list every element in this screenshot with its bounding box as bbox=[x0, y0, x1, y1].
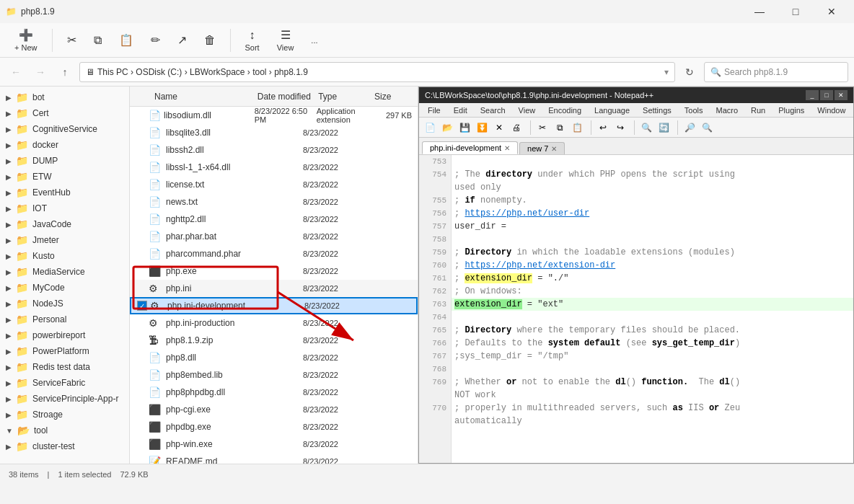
np-menu-macro[interactable]: Macro bbox=[710, 105, 744, 116]
sidebar-item-personal[interactable]: ▶ 📁 Personal bbox=[0, 311, 129, 327]
sidebar-item-nodejs[interactable]: ▶ 📁 NodeJS bbox=[0, 296, 129, 311]
np-menu-plugins[interactable]: Plugins bbox=[772, 105, 810, 116]
col-size[interactable]: Size bbox=[374, 92, 412, 102]
file-item-phpdbg[interactable]: ⬛ phpdbg.exe 8/23/2022 bbox=[130, 418, 418, 436]
sort-button[interactable]: ↕ Sort bbox=[239, 26, 265, 55]
share-button[interactable]: ↗ bbox=[172, 30, 193, 50]
np-tool-saveall[interactable]: ⏬ bbox=[474, 120, 490, 136]
sidebar-item-mycode[interactable]: ▶ 📁 MyCode bbox=[0, 280, 129, 296]
file-item-phpini[interactable]: ⚙ php.ini 8/23/2022 bbox=[130, 280, 418, 297]
sidebar-item-servicefabric[interactable]: ▶ 📁 ServiceFabric bbox=[0, 375, 129, 391]
file-item-php8embed[interactable]: 📄 php8embed.lib 8/23/2022 bbox=[130, 366, 418, 384]
np-tab-phpini-dev[interactable]: php.ini-development ✕ bbox=[422, 141, 518, 154]
sidebar-item-redis[interactable]: ▶ 📁 Redis test data bbox=[0, 359, 129, 375]
file-item-phpcgi[interactable]: ⬛ php-cgi.exe 8/23/2022 bbox=[130, 401, 418, 418]
np-minimize-btn[interactable]: _ bbox=[806, 90, 819, 100]
sidebar-item-cluster-test[interactable]: ▶ 📁 cluster-test bbox=[0, 438, 129, 454]
file-item-libsodium[interactable]: 📄 libsodium.dll 8/23/2022 6:50 PM Applic… bbox=[130, 107, 418, 124]
close-button[interactable]: ✕ bbox=[815, 0, 848, 23]
sidebar-item-jmeter[interactable]: ▶ 📁 Jmeter bbox=[0, 232, 129, 248]
paste-button[interactable]: 📋 bbox=[113, 30, 139, 50]
np-tab-close[interactable]: ✕ bbox=[551, 145, 557, 153]
file-item-php8dll[interactable]: 📄 php8.dll 8/23/2022 bbox=[130, 349, 418, 366]
sidebar-item-bot[interactable]: ▶ 📁 bot bbox=[0, 89, 129, 105]
np-tool-paste[interactable]: 📋 bbox=[569, 120, 585, 136]
rename-button[interactable]: ✏ bbox=[145, 30, 166, 50]
np-tool-new[interactable]: 📄 bbox=[422, 120, 438, 136]
file-item-phpwin[interactable]: ⬛ php-win.exe 8/23/2022 bbox=[130, 436, 418, 453]
file-item-phar-bat[interactable]: 📄 phar.phar.bat 8/23/2022 bbox=[130, 228, 418, 245]
file-item-license[interactable]: 📄 license.txt 8/23/2022 bbox=[130, 176, 418, 193]
sidebar-item-tool[interactable]: ▼ 📂 tool bbox=[0, 423, 129, 438]
file-item-phpini-prod[interactable]: ⚙ php.ini-production 8/23/2022 bbox=[130, 314, 418, 332]
np-menu-encoding[interactable]: Encoding bbox=[542, 105, 587, 116]
np-tool-zoom-in[interactable]: 🔎 bbox=[682, 120, 697, 136]
file-item-libssh2[interactable]: 📄 libssh2.dll 8/23/2022 bbox=[130, 141, 418, 159]
breadcrumb[interactable]: 🖥 This PC › OSDisk (C:) › LBWorkSpace › … bbox=[79, 62, 675, 82]
sidebar-item-cert[interactable]: ▶ 📁 Cert bbox=[0, 105, 129, 121]
np-tool-copy[interactable]: ⧉ bbox=[552, 120, 568, 136]
np-tool-open[interactable]: 📂 bbox=[439, 120, 455, 136]
sidebar-item-powerbireport[interactable]: ▶ 📁 powerbireport bbox=[0, 327, 129, 343]
sidebar-item-powerplatform[interactable]: ▶ 📁 PowerPlatform bbox=[0, 343, 129, 359]
np-menu-window[interactable]: Window bbox=[811, 105, 851, 116]
cut-button[interactable]: ✂ bbox=[61, 30, 82, 50]
file-item-nghttp2[interactable]: 📄 nghttp2.dll 8/23/2022 bbox=[130, 211, 418, 228]
sidebar-item-iot[interactable]: ▶ 📁 IOT bbox=[0, 200, 129, 216]
file-item-libssl[interactable]: 📄 libssl-1_1-x64.dll 8/23/2022 bbox=[130, 159, 418, 176]
file-item-pharcommand[interactable]: 📄 pharcommand.phar 8/23/2022 bbox=[130, 245, 418, 262]
np-maximize-btn[interactable]: □ bbox=[820, 90, 833, 100]
file-item-phpzip[interactable]: 🗜 php8.1.9.zip 8/23/2022 bbox=[130, 332, 418, 349]
sidebar-item-javacode[interactable]: ▶ 📁 JavaCode bbox=[0, 216, 129, 232]
np-code-area[interactable]: ; The directory under which PHP opens th… bbox=[452, 155, 853, 463]
np-tool-save[interactable]: 💾 bbox=[457, 120, 472, 136]
file-item-readme[interactable]: 📝 README.md 8/23/2022 bbox=[130, 453, 418, 464]
up-button[interactable]: ↑ bbox=[55, 62, 75, 82]
file-item-phpini-dev[interactable]: ⚙ php.ini-development 8/23/2022 bbox=[130, 297, 418, 314]
np-menu-tools[interactable]: Tools bbox=[679, 105, 709, 116]
new-button[interactable]: ➕ + New bbox=[9, 25, 43, 55]
np-close-btn[interactable]: ✕ bbox=[835, 90, 848, 100]
np-menu-file[interactable]: File bbox=[422, 105, 446, 116]
file-item-news[interactable]: 📄 news.txt 8/23/2022 bbox=[130, 193, 418, 211]
sidebar-item-docker[interactable]: ▶ 📁 docker bbox=[0, 137, 129, 153]
search-bar[interactable]: 🔍 Search php8.1.9 bbox=[704, 62, 848, 82]
file-item-phpexe[interactable]: ⬛ php.exe 8/23/2022 bbox=[130, 262, 418, 280]
np-tool-cut[interactable]: ✂ bbox=[534, 120, 550, 136]
sidebar-item-stroage[interactable]: ▶ 📁 Stroage bbox=[0, 407, 129, 423]
np-tool-redo[interactable]: ↪ bbox=[612, 120, 628, 136]
sidebar-item-serviceprinciple[interactable]: ▶ 📁 ServicePrinciple-App-r bbox=[0, 391, 129, 407]
sidebar-item-dump[interactable]: ▶ 📁 DUMP bbox=[0, 153, 129, 169]
sidebar-item-eventhub[interactable]: ▶ 📁 EventHub bbox=[0, 185, 129, 200]
forward-button[interactable]: → bbox=[30, 62, 50, 82]
sidebar-item-etw[interactable]: ▶ 📁 ETW bbox=[0, 169, 129, 185]
np-tool-print[interactable]: 🖨 bbox=[509, 120, 524, 136]
refresh-button[interactable]: ↻ bbox=[679, 62, 700, 82]
np-tool-replace[interactable]: 🔄 bbox=[656, 120, 672, 136]
copy-button[interactable]: ⧉ bbox=[88, 31, 107, 50]
np-menu-edit[interactable]: Edit bbox=[448, 105, 473, 116]
more-button[interactable]: ... bbox=[305, 33, 323, 48]
np-menu-search[interactable]: Search bbox=[475, 105, 511, 116]
np-tool-close[interactable]: ✕ bbox=[491, 120, 507, 136]
np-menu-run[interactable]: Run bbox=[745, 105, 771, 116]
np-tool-undo[interactable]: ↩ bbox=[595, 120, 611, 136]
np-menu-view[interactable]: View bbox=[513, 105, 542, 116]
np-tab-close[interactable]: ✕ bbox=[504, 144, 510, 152]
np-menu-language[interactable]: Language bbox=[589, 105, 635, 116]
sidebar-item-mediaservice[interactable]: ▶ 📁 MediaService bbox=[0, 264, 129, 280]
sidebar-item-kusto[interactable]: ▶ 📁 Kusto bbox=[0, 248, 129, 264]
delete-button[interactable]: 🗑 bbox=[198, 31, 221, 50]
back-button[interactable]: ← bbox=[6, 62, 26, 82]
col-type[interactable]: Type bbox=[318, 92, 374, 102]
np-tool-zoom-out[interactable]: 🔍 bbox=[699, 120, 715, 136]
sidebar-item-cognitiveservice[interactable]: ▶ 📁 CognitiveService bbox=[0, 121, 129, 137]
col-name[interactable]: Name bbox=[154, 92, 257, 102]
file-item-php8phpdbg[interactable]: 📄 php8phpdbg.dll 8/23/2022 bbox=[130, 384, 418, 401]
minimize-button[interactable]: — bbox=[743, 0, 776, 23]
col-date[interactable]: Date modified bbox=[257, 92, 318, 102]
view-button[interactable]: ☰ View bbox=[271, 25, 300, 55]
np-tool-find[interactable]: 🔍 bbox=[638, 120, 654, 136]
np-menu-settings[interactable]: Settings bbox=[637, 105, 677, 116]
np-tab-new7[interactable]: new 7 ✕ bbox=[519, 142, 565, 154]
